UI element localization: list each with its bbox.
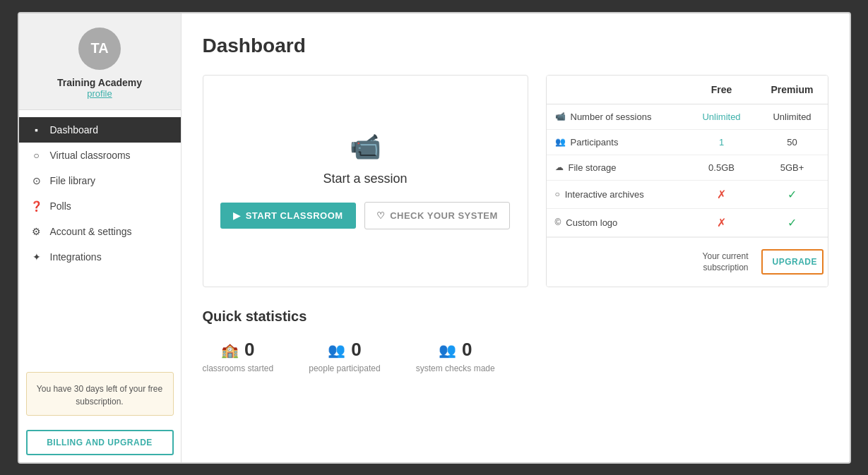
check-system-button[interactable]: ♡ CHECK YOUR SYSTEM [364, 202, 510, 229]
feature-archives: ○ Interactive archives [547, 182, 686, 207]
logo-premium-value: ✓ [757, 209, 828, 236]
main-content: Dashboard 📹 Start a session ▶ START CLAS… [182, 13, 850, 462]
quick-stats-title: Quick statistics [203, 308, 828, 325]
classrooms-count-group: 🏫 0 [221, 339, 254, 361]
start-classroom-button[interactable]: ▶ START CLASSROOM [220, 203, 355, 229]
archives-free-value: ✗ [686, 181, 757, 208]
integrations-icon: ✦ [30, 251, 43, 263]
top-row: 📹 Start a session ▶ START CLASSROOM ♡ CH… [203, 75, 828, 288]
sessions-premium-value: Unlimited [757, 104, 828, 129]
stats-row: 🏫 0 classrooms started 👥 0 people partic… [203, 339, 828, 373]
storage-premium-value: 5GB+ [757, 155, 828, 180]
virtual-classrooms-icon: ○ [30, 150, 43, 161]
upgrade-button[interactable]: UPGRADE [761, 249, 824, 275]
stat-classrooms: 🏫 0 classrooms started [203, 339, 274, 373]
pricing-footer: Your current subscription UPGRADE [547, 237, 828, 287]
feature-sessions: 📹 Number of sessions [547, 104, 686, 129]
quick-stats-section: Quick statistics 🏫 0 classrooms started … [203, 308, 828, 373]
session-buttons: ▶ START CLASSROOM ♡ CHECK YOUR SYSTEM [220, 202, 510, 229]
archives-premium-value: ✓ [757, 181, 828, 208]
video-icon-small: ▶ [233, 210, 241, 221]
file-library-icon: ⊙ [30, 175, 43, 186]
classrooms-label: classrooms started [203, 363, 274, 373]
archives-icon: ○ [555, 189, 560, 199]
profile-section: TA Training Academy profile [19, 13, 181, 110]
checks-label: system checks made [416, 363, 495, 373]
pricing-header: Free Premium [547, 76, 828, 104]
nav-menu: ▪ Dashboard ○ Virtual classrooms ⊙ File … [19, 110, 181, 365]
participants-icon: 👥 [555, 137, 566, 147]
feature-logo: © Custom logo [547, 210, 686, 235]
sessions-free-value: Unlimited [686, 104, 757, 129]
profile-name: Training Academy [57, 77, 142, 88]
premium-column-header: Premium [757, 76, 828, 104]
feature-storage: ☁ File storage [547, 155, 686, 180]
checks-count-group: 👥 0 [439, 339, 472, 361]
sidebar-item-account-settings[interactable]: ⚙ Account & settings [19, 219, 181, 244]
settings-icon: ⚙ [30, 226, 43, 237]
pricing-row-sessions: 📹 Number of sessions Unlimited Unlimited [547, 104, 828, 130]
pricing-row-storage: ☁ File storage 0.5GB 5GB+ [547, 155, 828, 181]
participants-count: 0 [351, 339, 361, 361]
video-feature-icon: 📹 [555, 112, 566, 121]
participants-free-value: 1 [686, 130, 757, 155]
start-session-card: 📹 Start a session ▶ START CLASSROOM ♡ CH… [203, 75, 528, 288]
camera-icon: 📹 [350, 132, 381, 162]
page-title: Dashboard [203, 35, 828, 57]
pricing-row-archives: ○ Interactive archives ✗ ✓ [547, 181, 828, 209]
sidebar-item-dashboard[interactable]: ▪ Dashboard [19, 117, 181, 143]
subscription-notice: You have 30 days left of your free subsc… [26, 372, 174, 416]
storage-free-value: 0.5GB [686, 155, 757, 180]
free-column-header: Free [686, 76, 757, 104]
sidebar-item-polls[interactable]: ❓ Polls [19, 193, 181, 219]
sidebar-item-file-library[interactable]: ⊙ File library [19, 168, 181, 193]
dashboard-icon: ▪ [30, 124, 43, 136]
sidebar: TA Training Academy profile ▪ Dashboard … [19, 13, 182, 462]
feature-column-header [547, 76, 686, 104]
pricing-row-participants: 👥 Participants 1 50 [547, 130, 828, 155]
start-session-label: Start a session [323, 172, 407, 186]
heart-icon: ♡ [376, 210, 386, 221]
stat-participants: 👥 0 people participated [309, 339, 380, 373]
checks-icon: 👥 [439, 342, 456, 359]
storage-icon: ☁ [555, 162, 564, 172]
classrooms-icon: 🏫 [221, 342, 239, 359]
feature-participants: 👥 Participants [547, 130, 686, 155]
checks-count: 0 [462, 339, 472, 361]
pricing-table: Free Premium 📹 Number of sessions Unlimi… [546, 75, 828, 288]
billing-upgrade-button[interactable]: BILLING AND UPGRADE [26, 430, 174, 455]
participants-stat-icon: 👥 [328, 342, 345, 359]
subscription-label: Your current subscription [686, 245, 757, 280]
logo-free-value: ✗ [686, 209, 757, 236]
pricing-row-logo: © Custom logo ✗ ✓ [547, 209, 828, 237]
sidebar-item-integrations[interactable]: ✦ Integrations [19, 244, 181, 270]
participants-premium-value: 50 [757, 130, 828, 155]
participants-label: people participated [309, 363, 380, 373]
participants-count-group: 👥 0 [328, 339, 361, 361]
polls-icon: ❓ [30, 200, 43, 212]
logo-icon: © [555, 217, 561, 227]
app-container: TA Training Academy profile ▪ Dashboard … [18, 12, 851, 464]
sidebar-item-virtual-classrooms[interactable]: ○ Virtual classrooms [19, 143, 181, 168]
classrooms-count: 0 [244, 339, 254, 361]
avatar: TA [78, 28, 121, 70]
profile-link[interactable]: profile [87, 88, 112, 99]
stat-system-checks: 👥 0 system checks made [416, 339, 495, 373]
